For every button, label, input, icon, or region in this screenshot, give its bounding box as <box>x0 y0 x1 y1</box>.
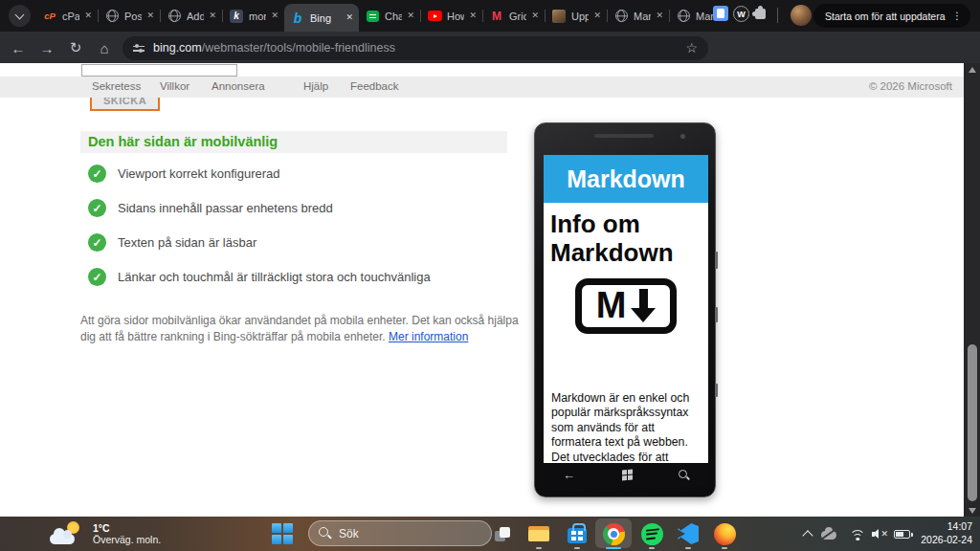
home-button[interactable]: ⌂ <box>92 35 117 60</box>
chat-favicon <box>365 9 380 24</box>
menu-dots-icon[interactable]: ⋮ <box>952 11 963 21</box>
firefox-button[interactable] <box>712 521 737 546</box>
tab-close-icon[interactable]: ✕ <box>656 11 663 20</box>
profile-avatar[interactable] <box>791 5 812 26</box>
check-item: ✓ Sidans innehåll passar enhetens bredd <box>88 199 333 217</box>
running-indicator <box>536 547 542 550</box>
start-button[interactable] <box>271 522 294 545</box>
k-favicon: k <box>229 9 244 24</box>
tab-bing-active[interactable]: b Bing ✕ <box>284 4 359 32</box>
footer-link-sekretess[interactable]: Sekretess <box>92 80 141 92</box>
url-host: bing.com <box>153 41 202 55</box>
phone-back-icon[interactable]: ← <box>563 468 575 482</box>
tab-close-icon[interactable]: ✕ <box>209 11 216 20</box>
arrow-down-icon <box>969 508 976 514</box>
phone-windows-icon[interactable] <box>622 470 633 481</box>
tab-grid[interactable]: M Grid ✕ <box>483 0 545 32</box>
extensions-puzzle-icon[interactable] <box>755 9 766 19</box>
phone-mockup: Markdown Info om Markdown M Markdown är … <box>534 122 716 497</box>
back-icon: ← <box>11 40 26 56</box>
globe-favicon <box>167 9 182 24</box>
tab-label: Post <box>124 11 142 22</box>
taskbar-clock[interactable]: 14:07 2026-02-24 <box>921 520 972 546</box>
markdown-m-glyph: M <box>596 287 625 323</box>
spotify-button[interactable] <box>639 521 664 546</box>
page-scrollbar[interactable] <box>964 63 980 517</box>
tab-how[interactable]: How ✕ <box>421 0 482 32</box>
tab-upp[interactable]: Upp ✕ <box>546 0 607 32</box>
footer-link-hjalp[interactable]: Hjälp <box>303 80 328 92</box>
scrollbar-up-button[interactable] <box>964 63 980 76</box>
vscode-button[interactable] <box>676 521 701 546</box>
url-test-input[interactable] <box>81 64 237 77</box>
microsoft-store-button[interactable] <box>565 521 590 546</box>
image-favicon <box>551 9 567 24</box>
tab-post[interactable]: Post ✕ <box>99 0 160 32</box>
m-favicon: M <box>489 9 504 24</box>
tab-close-icon[interactable]: ✕ <box>593 11 601 20</box>
weather-text: 1°C Överväg. moln. <box>93 522 161 545</box>
firefox-icon <box>714 523 736 545</box>
check-icon: ✓ <box>88 233 106 252</box>
check-label: Viewport korrekt konfigurerad <box>118 166 280 181</box>
tab-close-icon[interactable]: ✕ <box>531 11 539 20</box>
footer-link-villkor[interactable]: Villkor <box>160 80 189 92</box>
w-extension-icon[interactable]: W <box>733 6 749 22</box>
phone-page-header: Markdown <box>544 155 708 203</box>
tab-search-button[interactable] <box>9 5 31 27</box>
tab-mon[interactable]: k mon ✕ <box>223 0 284 32</box>
weather-widget[interactable]: 1°C Överväg. moln. <box>48 519 161 547</box>
tab-close-icon[interactable]: ✕ <box>407 11 414 20</box>
footer-bar: Sekretess Villkor Annonsera Hjälp Feedba… <box>0 77 964 98</box>
toolbar-separator <box>777 8 778 23</box>
tab-label: cPan <box>62 11 79 22</box>
footer-link-annonsera[interactable]: Annonsera <box>212 80 265 92</box>
tab-label: Mar <box>696 11 713 22</box>
reload-icon: ↻ <box>70 39 82 56</box>
check-label: Sidans innehåll passar enhetens bredd <box>118 201 333 215</box>
back-button[interactable]: ← <box>6 35 31 60</box>
phone-body-text: Markdown är en enkel och populär märkspr… <box>551 391 704 465</box>
scrollbar-thumb[interactable] <box>968 344 977 501</box>
chrome-button[interactable] <box>601 521 626 546</box>
site-info-icon[interactable] <box>133 43 145 54</box>
tab-close-icon[interactable]: ✕ <box>146 11 154 20</box>
search-input[interactable] <box>339 527 454 540</box>
restart-to-update-button[interactable]: Starta om för att uppdatera ⋮ <box>813 4 970 28</box>
forward-button[interactable]: → <box>34 35 59 60</box>
more-info-link[interactable]: Mer information <box>389 330 468 343</box>
address-bar[interactable]: bing.com /webmaster/tools/mobile-friendl… <box>122 36 708 60</box>
file-explorer-button[interactable] <box>526 521 551 546</box>
weather-condition: Överväg. moln. <box>93 534 161 545</box>
markdown-logo-icon: M <box>575 278 677 334</box>
clipboard-extension-icon[interactable] <box>713 6 728 21</box>
phone-search-icon[interactable] <box>679 470 689 480</box>
tab-add[interactable]: Add ✕ <box>161 0 222 32</box>
taskbar-search-box[interactable] <box>308 520 492 546</box>
check-label: Länkar och touchmål är tillräckligt stor… <box>118 270 431 284</box>
scrollbar-down-button[interactable] <box>964 504 980 517</box>
volume-muted-icon[interactable]: ✕ <box>872 529 888 540</box>
store-icon <box>568 528 587 543</box>
bookmark-star-icon[interactable]: ☆ <box>685 40 698 55</box>
tab-chat[interactable]: Chat ✕ <box>359 0 420 32</box>
arrow-up-icon <box>969 67 976 73</box>
onedrive-paused-icon[interactable] <box>821 531 836 540</box>
forward-icon: → <box>40 40 55 56</box>
tab-close-icon[interactable]: ✕ <box>345 13 353 22</box>
tab-cpanel[interactable]: cP cPan ✕ <box>36 0 98 32</box>
tabs-container: cP cPan ✕ Post ✕ Add ✕ k mon ✕ <box>36 0 758 32</box>
search-icon <box>319 527 331 540</box>
wifi-icon[interactable] <box>850 527 865 540</box>
tab-close-icon[interactable]: ✕ <box>84 11 92 20</box>
task-view-button[interactable] <box>490 521 515 546</box>
tab-close-icon[interactable]: ✕ <box>469 11 477 20</box>
battery-icon[interactable] <box>894 530 910 539</box>
reload-button[interactable]: ↻ <box>63 35 88 60</box>
globe-favicon <box>613 9 629 24</box>
tab-mar-1[interactable]: Mar ✕ <box>608 0 669 32</box>
bing-favicon: b <box>290 11 305 26</box>
tab-close-icon[interactable]: ✕ <box>271 11 278 20</box>
footer-link-feedback[interactable]: Feedback <box>350 80 399 92</box>
phone-nav-bar: ← <box>544 463 708 487</box>
